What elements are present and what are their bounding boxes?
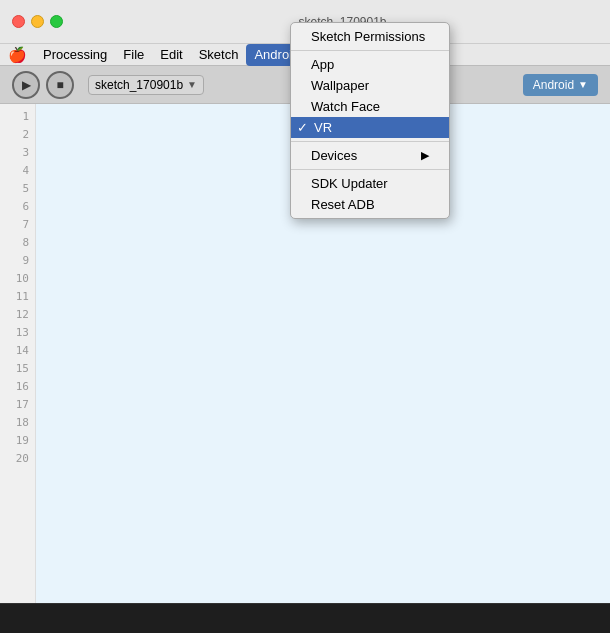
menu-wallpaper[interactable]: Wallpaper	[291, 75, 449, 96]
editor-line	[44, 252, 610, 270]
separator-3	[291, 169, 449, 170]
android-mode-label: Android	[533, 78, 574, 92]
android-mode-caret-icon: ▼	[578, 79, 588, 90]
android-mode-button[interactable]: Android ▼	[523, 74, 598, 96]
editor-line	[44, 432, 610, 450]
devices-submenu-arrow-icon: ▶	[421, 149, 429, 162]
menu-item-processing[interactable]: Processing	[35, 44, 115, 66]
sdk-updater-label: SDK Updater	[311, 176, 388, 191]
console-panel	[0, 603, 610, 633]
play-button[interactable]: ▶	[12, 71, 40, 99]
editor-line	[44, 270, 610, 288]
line-numbers: 12345 678910 1112131415 1617181920	[0, 104, 36, 603]
traffic-lights	[0, 15, 75, 28]
menu-devices[interactable]: Devices ▶	[291, 145, 449, 166]
wallpaper-label: Wallpaper	[311, 78, 369, 93]
editor-line	[44, 414, 610, 432]
sketch-permissions-label: Sketch Permissions	[311, 29, 425, 44]
editor-line	[44, 306, 610, 324]
separator-1	[291, 50, 449, 51]
menu-reset-adb[interactable]: Reset ADB	[291, 194, 449, 215]
editor-line	[44, 450, 610, 468]
editor-line	[44, 360, 610, 378]
vr-label: VR	[314, 120, 332, 135]
menu-item-edit[interactable]: Edit	[152, 44, 190, 66]
stop-button[interactable]: ■	[46, 71, 74, 99]
app-label: App	[311, 57, 334, 72]
watch-face-label: Watch Face	[311, 99, 380, 114]
menu-app[interactable]: App	[291, 54, 449, 75]
sketch-name-arrow-icon: ▼	[187, 79, 197, 90]
sketch-name-dropdown[interactable]: sketch_170901b ▼	[88, 75, 204, 95]
sketch-name-label: sketch_170901b	[95, 78, 183, 92]
menu-sdk-updater[interactable]: SDK Updater	[291, 173, 449, 194]
editor-line	[44, 378, 610, 396]
menu-item-sketch[interactable]: Sketch	[191, 44, 247, 66]
android-dropdown-menu[interactable]: Sketch Permissions App Wallpaper Watch F…	[290, 22, 450, 219]
vr-check-icon: ✓	[297, 120, 308, 135]
minimize-button[interactable]	[31, 15, 44, 28]
apple-logo-icon: 🍎	[8, 46, 27, 64]
menu-item-file[interactable]: File	[115, 44, 152, 66]
menu-watch-face[interactable]: Watch Face	[291, 96, 449, 117]
menu-vr[interactable]: ✓ VR	[291, 117, 449, 138]
close-button[interactable]	[12, 15, 25, 28]
editor-line	[44, 342, 610, 360]
devices-label: Devices	[311, 148, 357, 163]
reset-adb-label: Reset ADB	[311, 197, 375, 212]
editor-line	[44, 396, 610, 414]
editor-line	[44, 324, 610, 342]
separator-2	[291, 141, 449, 142]
editor-line	[44, 288, 610, 306]
editor-line	[44, 234, 610, 252]
maximize-button[interactable]	[50, 15, 63, 28]
menu-sketch-permissions[interactable]: Sketch Permissions	[291, 26, 449, 47]
